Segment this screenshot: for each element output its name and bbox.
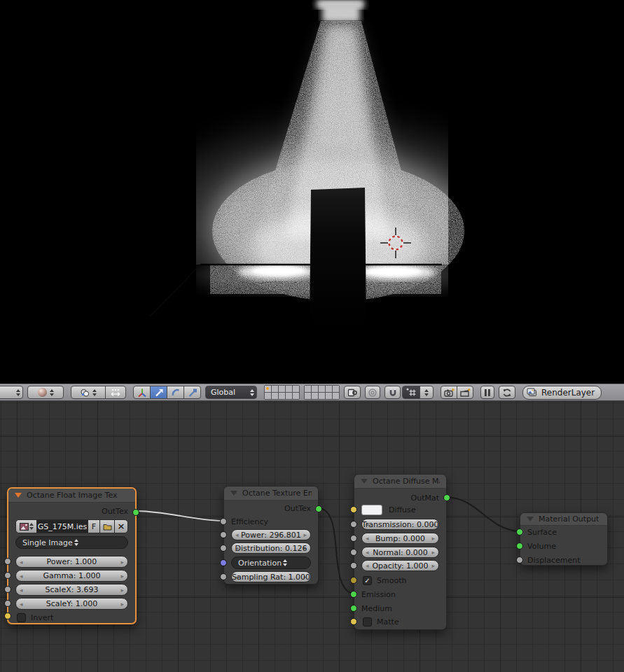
proportional-circle-icon (368, 388, 377, 398)
socket-transmission-in[interactable] (350, 521, 357, 528)
socket-normal-in[interactable] (350, 549, 357, 556)
image-browse-button[interactable] (15, 519, 37, 533)
layer-cell-active[interactable] (265, 386, 271, 392)
image-source-dropdown[interactable]: Single Image (15, 536, 128, 549)
displacement-label: Displacement (527, 556, 581, 565)
scale-manipulator-button[interactable] (183, 386, 201, 399)
node-header[interactable]: Octane Diffuse Mat (354, 475, 446, 489)
scene-lock-button[interactable] (344, 386, 361, 399)
socket-diffuse-in[interactable] (350, 506, 357, 513)
smooth-checkbox[interactable]: ✓ (363, 576, 372, 585)
socket-orientation-in[interactable] (220, 559, 227, 566)
translate-manipulator-button[interactable] (150, 386, 167, 399)
socket-scalex-in[interactable] (4, 586, 11, 593)
axis-manipulator-button[interactable] (133, 386, 151, 399)
opengl-render-image-button[interactable] (441, 386, 457, 399)
matte-label: Matte (377, 617, 399, 626)
box-silhouette (310, 188, 366, 323)
opacity-slider[interactable]: Opacity: 1.000 (361, 560, 439, 571)
socket-outtex[interactable] (315, 505, 322, 512)
orientation-dropdown[interactable]: Global (205, 386, 257, 399)
node-editor[interactable]: Octane Float Image Tex OutTex GS_175M.ie… (0, 401, 624, 672)
fake-user-button[interactable]: F (88, 519, 100, 533)
unlink-image-button[interactable]: × (114, 519, 128, 533)
proportional-edit-button[interactable] (365, 386, 380, 399)
gamma-slider[interactable]: Gamma: 1.000 (15, 570, 128, 582)
normal-slider[interactable]: Normal: 0.000 (361, 547, 439, 558)
socket-outmat[interactable] (443, 494, 450, 501)
socket-bump-in[interactable] (350, 535, 357, 542)
snap-magnet-button[interactable] (384, 386, 401, 399)
viewport-header: Global (0, 384, 624, 401)
snap-element-dropdown[interactable] (420, 386, 434, 399)
emission-label: Emission (361, 590, 396, 599)
image-name-field[interactable]: GS_175M.ies (36, 519, 88, 533)
socket-emission-in[interactable] (350, 591, 357, 598)
image-datablock-row: GS_175M.ies F × (15, 519, 128, 533)
collapse-triangle-icon[interactable] (230, 491, 237, 496)
diffuse-label: Diffuse (389, 505, 416, 514)
bump-slider[interactable]: Bump: 0.000 (361, 533, 439, 544)
power-slider[interactable]: Power: 296.801 (231, 529, 311, 540)
check-icon: ✓ (364, 577, 370, 584)
socket-outtex[interactable] (132, 509, 139, 516)
socket-distribution-in[interactable] (220, 545, 227, 552)
node-octane-diffuse-mat[interactable]: Octane Diffuse Mat OutMat Diffuse Transm… (354, 474, 447, 630)
socket-invert-in[interactable] (4, 612, 11, 620)
node-material-output[interactable]: Material Output Surface Volume Displacem… (520, 512, 608, 566)
snap-element-button[interactable] (402, 386, 420, 399)
matte-checkbox[interactable] (363, 617, 372, 626)
node-header[interactable]: Octane Texture Emissi (224, 486, 318, 500)
layers-grid-secondary[interactable] (304, 385, 340, 400)
socket-sampling-in[interactable] (220, 573, 227, 580)
rotate-manipulator-button[interactable] (167, 386, 184, 399)
collapse-triangle-icon[interactable] (15, 493, 22, 498)
node-header[interactable]: Octane Float Image Tex (8, 489, 135, 503)
render-viewport[interactable] (0, 0, 624, 384)
refresh-button[interactable] (499, 386, 515, 399)
collapse-triangle-icon[interactable] (527, 517, 534, 522)
opengl-render-anim-button[interactable] (457, 386, 473, 399)
editor-type-dropdown-partial[interactable] (0, 386, 23, 399)
updown-arrows-icon (50, 389, 54, 396)
render-layer-selector[interactable]: RenderLayer (522, 386, 602, 400)
socket-medium-in[interactable] (350, 605, 357, 612)
scaley-slider[interactable]: ScaleY: 1.000 (15, 598, 128, 610)
socket-power-in[interactable] (220, 531, 227, 538)
socket-smooth-in[interactable] (350, 577, 357, 584)
node-title: Octane Texture Emissi (242, 489, 312, 498)
pivot-point-dropdown[interactable] (71, 386, 106, 399)
socket-power-in[interactable] (4, 558, 11, 565)
scalex-slider[interactable]: ScaleX: 3.693 (15, 584, 128, 596)
socket-volume-in[interactable] (516, 542, 523, 550)
socket-efficiency-in[interactable] (220, 518, 227, 525)
node-octane-texture-emission[interactable]: Octane Texture Emissi OutTex Efficiency … (223, 486, 319, 584)
node-title: Octane Diffuse Mat (373, 477, 440, 486)
transmission-slider[interactable]: Transmission: 0.000 (361, 519, 439, 530)
power-slider[interactable]: Power: 1.000 (15, 556, 128, 568)
orientation-dropdown-node[interactable]: Orientation (231, 556, 311, 569)
rotate-arc-icon (171, 388, 181, 398)
socket-matte-in[interactable] (350, 618, 357, 625)
sampling-rate-slider[interactable]: Sampling Rat: 1.000 (231, 571, 311, 582)
layers-grid-primary[interactable] (264, 385, 300, 400)
socket-scaley-in[interactable] (4, 600, 11, 607)
viewport-shading-dropdown[interactable] (27, 386, 64, 399)
distribution-slider[interactable]: Distribution: 0.126 (231, 542, 311, 554)
socket-surface-in[interactable] (516, 528, 523, 536)
manipulator-icon (110, 388, 121, 398)
collapse-triangle-icon[interactable] (361, 479, 368, 484)
manipulator-toggle-button[interactable] (105, 386, 126, 399)
updown-arrows-icon (283, 559, 307, 566)
close-x-icon: × (118, 523, 125, 530)
socket-opacity-in[interactable] (350, 562, 357, 569)
node-octane-float-image-tex[interactable]: Octane Float Image Tex OutTex GS_175M.ie… (7, 487, 137, 624)
pause-button[interactable] (480, 386, 494, 399)
diffuse-color-swatch[interactable] (361, 505, 382, 515)
node-header[interactable]: Material Output (520, 513, 607, 526)
open-image-button[interactable] (99, 519, 115, 533)
translate-arrow-icon (154, 388, 164, 398)
invert-checkbox[interactable] (17, 613, 26, 622)
socket-gamma-in[interactable] (4, 572, 11, 579)
socket-displacement-in[interactable] (516, 556, 523, 564)
